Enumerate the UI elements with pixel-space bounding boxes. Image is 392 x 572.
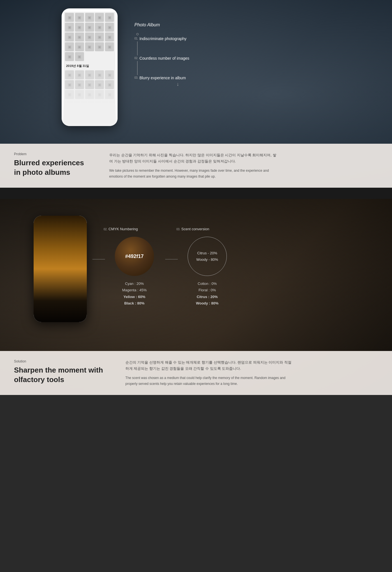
solution-label: Solution bbox=[14, 359, 103, 363]
flow-diagram: Photo Album 01. Indiscriminate photograp… bbox=[134, 22, 218, 87]
cmyk-hex-value: #492f17 bbox=[125, 254, 144, 259]
scent-circle: Citrus - 20% Woody - 80% bbox=[188, 237, 227, 276]
scent-woody: Woody : 80% bbox=[176, 300, 238, 306]
section-divider bbox=[0, 188, 392, 199]
problem-desc-english: We take pictures to remember the moment.… bbox=[109, 168, 277, 179]
photo-cell: ▣ bbox=[65, 90, 74, 99]
photo-cell: ▣ bbox=[65, 23, 74, 32]
photo-grid-2: ▣ ▣ ▣ ▣ ▣ ▣ ▣ ▣ ▣ ▣ ▣ ▣ ▣ ▣ ▣ bbox=[64, 69, 115, 100]
photo-cell: ▣ bbox=[85, 80, 94, 89]
photo-cell: ▣ bbox=[95, 90, 104, 99]
flow-item-2: 02. Countless number of images bbox=[134, 56, 218, 61]
photo-cell: ▣ bbox=[95, 32, 104, 41]
photo-cell: ▣ bbox=[75, 52, 84, 61]
flow-text-3: Blurry experience in album bbox=[139, 76, 186, 80]
cmyk-label: 02. CMYK Numbering bbox=[104, 227, 165, 231]
flow-item-3: 03. Blurry experience in album bbox=[134, 76, 218, 80]
flow-item-1: 01. Indiscriminate photography bbox=[134, 36, 218, 41]
problem-description: 우리는 순간을 기억하기 위해 사진을 찍습니다. 하지만 많은 이미지들은 시… bbox=[109, 152, 277, 179]
photo-cell: ▣ bbox=[85, 23, 94, 32]
photo-cell: ▣ bbox=[95, 80, 104, 89]
scent-connector-line bbox=[165, 259, 178, 259]
section1: ▣ ▣ ▣ ▣ ▣ ▣ ▣ ▣ ▣ ▣ ▣ ▣ ▣ ▣ ▣ ▣ ▣ ▣ bbox=[0, 0, 392, 188]
section2: 01. Photo grouping 02. CMYK Numbering #4… bbox=[0, 199, 392, 395]
photo-cell: ▣ bbox=[85, 13, 94, 22]
phone-screen: ▣ ▣ ▣ ▣ ▣ ▣ ▣ ▣ ▣ ▣ ▣ ▣ ▣ ▣ ▣ ▣ ▣ ▣ bbox=[64, 12, 115, 124]
photo-grid: ▣ ▣ ▣ ▣ ▣ ▣ ▣ ▣ ▣ ▣ ▣ ▣ ▣ ▣ ▣ ▣ ▣ ▣ bbox=[64, 12, 115, 62]
photo-cell: ▣ bbox=[65, 70, 74, 79]
scent-section: 03. Scent conversion Citrus - 20% Woody … bbox=[176, 227, 238, 307]
cmyk-yellow: Yellow : 60% bbox=[104, 294, 165, 300]
scent-circle-line1: Citrus - 20% bbox=[197, 250, 217, 256]
solution-title: Sharpen the moment with olfactory tools bbox=[14, 366, 103, 385]
flow-num-1: 01. bbox=[134, 37, 138, 40]
photo-cell: ▣ bbox=[65, 80, 74, 89]
flow-connector-1 bbox=[137, 41, 137, 55]
photo-cell: ▣ bbox=[75, 70, 84, 79]
solution-phone bbox=[34, 216, 87, 322]
photo-cell: ▣ bbox=[65, 32, 74, 41]
cmyk-section: 02. CMYK Numbering #492f17 Cyan : 20% Ma… bbox=[104, 227, 165, 307]
photo-cell: ▣ bbox=[105, 42, 114, 51]
flow-arrow: ↓ bbox=[137, 81, 218, 87]
photo-cell: ▣ bbox=[105, 90, 114, 99]
photo-cell: ▣ bbox=[75, 42, 84, 51]
flow-text-1: Indiscriminate photography bbox=[139, 36, 186, 41]
scent-floral: Floral : 0% bbox=[176, 287, 238, 293]
photo-cell: ▣ bbox=[85, 42, 94, 51]
phone-mockup: ▣ ▣ ▣ ▣ ▣ ▣ ▣ ▣ ▣ ▣ ▣ ▣ ▣ ▣ ▣ ▣ ▣ ▣ bbox=[62, 8, 118, 126]
photo-cell: ▣ bbox=[75, 80, 84, 89]
photo-cell: ▣ bbox=[95, 42, 104, 51]
solution-left: Solution Sharpen the moment with olfacto… bbox=[14, 359, 103, 385]
photo-cell: ▣ bbox=[85, 90, 94, 99]
scent-num: 03. bbox=[176, 228, 180, 231]
photo-cell: ▣ bbox=[75, 13, 84, 22]
scent-title: Scent conversion bbox=[181, 227, 209, 231]
photo-cell: ▣ bbox=[105, 32, 114, 41]
photo-date: 2019년 8월 31일 bbox=[64, 62, 115, 69]
photo-cell bbox=[85, 52, 94, 61]
photo-cell: ▣ bbox=[105, 13, 114, 22]
flow-num-3: 03. bbox=[134, 76, 138, 79]
photo-cell: ▣ bbox=[65, 52, 74, 61]
scent-label: 03. Scent conversion bbox=[176, 227, 238, 231]
photo-cell: ▣ bbox=[75, 32, 84, 41]
problem-desc-korean: 우리는 순간을 기억하기 위해 사진을 찍습니다. 하지만 많은 이미지들은 시… bbox=[109, 152, 277, 164]
photo-cell bbox=[95, 52, 104, 61]
photo-cell: ▣ bbox=[105, 23, 114, 32]
photo-cell: ▣ bbox=[85, 70, 94, 79]
cmyk-cyan: Cyan : 20% bbox=[104, 280, 165, 287]
cmyk-values: Cyan : 20% Magenta : 45% Yellow : 60% Bl… bbox=[104, 280, 165, 307]
photo-cell: ▣ bbox=[65, 42, 74, 51]
scent-values: Cotton : 0% Floral : 0% Citrus : 20% Woo… bbox=[176, 280, 238, 307]
scent-citrus: Citrus : 20% bbox=[176, 294, 238, 300]
cmyk-num: 02. bbox=[104, 228, 108, 231]
cmyk-connector-line bbox=[92, 259, 105, 259]
flow-title: Photo Album bbox=[134, 22, 218, 27]
cmyk-color-circle: #492f17 bbox=[115, 237, 154, 276]
photo-cell: ▣ bbox=[105, 80, 114, 89]
solution-phone-image bbox=[34, 216, 87, 322]
scent-cotton: Cotton : 0% bbox=[176, 280, 238, 287]
problem-title: Blurred experiences in photo albums bbox=[14, 158, 87, 177]
flow-num-2: 02. bbox=[134, 57, 138, 60]
photo-cell: ▣ bbox=[105, 70, 114, 79]
photo-cell: ▣ bbox=[75, 23, 84, 32]
photo-cell: ▣ bbox=[95, 23, 104, 32]
scent-circle-line2: Woody - 80% bbox=[196, 256, 218, 263]
cmyk-black: Black : 80% bbox=[104, 300, 165, 306]
cmyk-magenta: Magenta : 45% bbox=[104, 287, 165, 293]
problem-label: Problem bbox=[14, 152, 87, 156]
photo-cell: ▣ bbox=[65, 13, 74, 22]
solution-desc-korean: 순간의 기억을 선명하게 해줄 수 있는 매개체로 향기를 선택했습니다. 랜덤… bbox=[125, 359, 293, 372]
solution-desc-english: The scent was chosen as a medium that co… bbox=[125, 375, 293, 387]
problem-left: Problem Blurred experiences in photo alb… bbox=[14, 152, 87, 177]
flow-dot-0 bbox=[136, 33, 139, 35]
section1-bottom: Problem Blurred experiences in photo alb… bbox=[0, 144, 392, 188]
photo-cell: ▣ bbox=[95, 70, 104, 79]
photo-cell bbox=[105, 52, 114, 61]
photo-cell: ▣ bbox=[95, 13, 104, 22]
flow-connector-2 bbox=[137, 61, 137, 75]
section2-bottom: Solution Sharpen the moment with olfacto… bbox=[0, 351, 392, 395]
photo-cell: ▣ bbox=[85, 32, 94, 41]
